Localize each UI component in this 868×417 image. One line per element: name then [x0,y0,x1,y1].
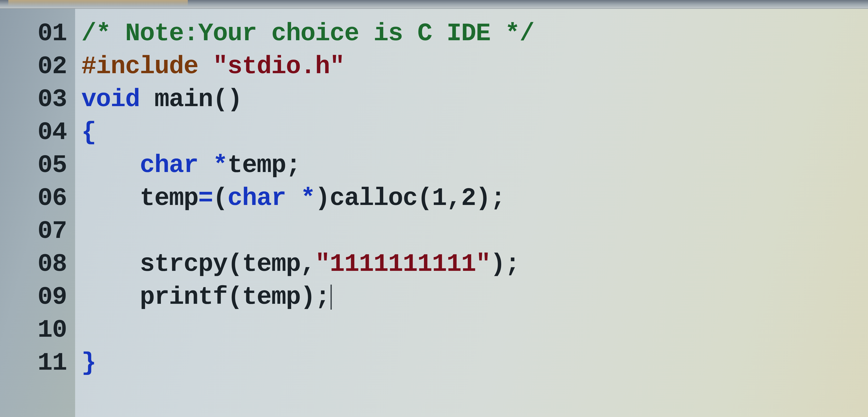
line-number: 10 [0,314,75,347]
function-token: strcpy [140,250,227,278]
keyword-token: void [82,85,140,114]
code-line[interactable]: #include "stdio.h" [82,50,868,83]
function-token: printf [140,283,227,311]
comma-token: , [446,184,461,213]
indent-token [82,250,140,278]
line-number: 03 [0,83,75,116]
line-number: 06 [0,182,75,215]
brace-token: { [82,118,96,147]
paren-token: ) [315,184,330,213]
code-line[interactable]: char *temp; [82,149,868,182]
type-token: char [227,184,286,213]
line-number: 02 [0,50,75,83]
space-token [140,85,154,114]
code-line[interactable] [82,314,868,347]
code-line[interactable]: /* Note:Your choice is C IDE */ [82,17,868,50]
function-token: main [154,85,213,114]
indent-token [82,151,140,180]
code-line[interactable]: strcpy(temp,"1111111111"); [82,248,868,281]
line-number: 05 [0,149,75,182]
paren-token: () [213,85,242,114]
indent-token [82,184,140,213]
comment-token: /* Note:Your choice is C IDE */ [82,20,534,48]
tab-highlight [8,0,188,6]
semicolon-token: ; [505,250,520,278]
paren-token: ( [417,184,432,213]
paren-token: ) [490,250,505,278]
string-token: "1111111111" [315,250,490,278]
pointer-star-token: * [301,184,315,213]
paren-token: ) [476,184,490,213]
identifier-token: temp [242,283,301,311]
line-number: 07 [0,215,75,248]
line-number: 09 [0,281,75,314]
code-line[interactable] [82,215,868,248]
line-number: 01 [0,17,75,50]
indent-token [82,283,140,311]
code-line[interactable]: temp=(char *)calloc(1,2); [82,182,868,215]
pointer-star-token: * [213,151,227,180]
code-line[interactable]: { [82,116,868,149]
paren-token: ) [301,283,315,311]
code-line[interactable]: void main() [82,83,868,116]
line-number: 04 [0,116,75,149]
semicolon-token: ; [490,184,505,213]
line-number: 11 [0,347,75,380]
number-token: 1 [432,184,446,213]
identifier-token: temp [227,151,286,180]
brace-token: } [82,349,96,377]
comma-token: , [301,250,315,278]
paren-token: ( [227,250,242,278]
type-token: char [140,151,198,180]
semicolon-token: ; [315,283,330,311]
text-caret [331,285,332,310]
code-line[interactable]: printf(temp); [82,281,868,314]
number-token: 2 [461,184,476,213]
space-token [198,151,213,180]
paren-token: ( [213,184,227,213]
paren-token: ( [227,283,242,311]
identifier-token: temp [140,184,198,213]
space-token [286,184,301,213]
preprocessor-token: #include [82,52,213,81]
line-number: 08 [0,248,75,281]
code-area[interactable]: /* Note:Your choice is C IDE */ #include… [75,9,868,417]
code-editor[interactable]: 01 02 03 04 05 06 07 08 09 10 11 /* Note… [0,9,868,417]
semicolon-token: ; [286,151,301,180]
code-line[interactable]: } [82,347,868,380]
string-token: "stdio.h" [213,52,344,81]
identifier-token: temp [242,250,301,278]
function-token: calloc [330,184,417,213]
line-number-gutter: 01 02 03 04 05 06 07 08 09 10 11 [0,9,75,417]
equals-token: = [198,184,213,213]
window-titlebar [0,0,868,9]
